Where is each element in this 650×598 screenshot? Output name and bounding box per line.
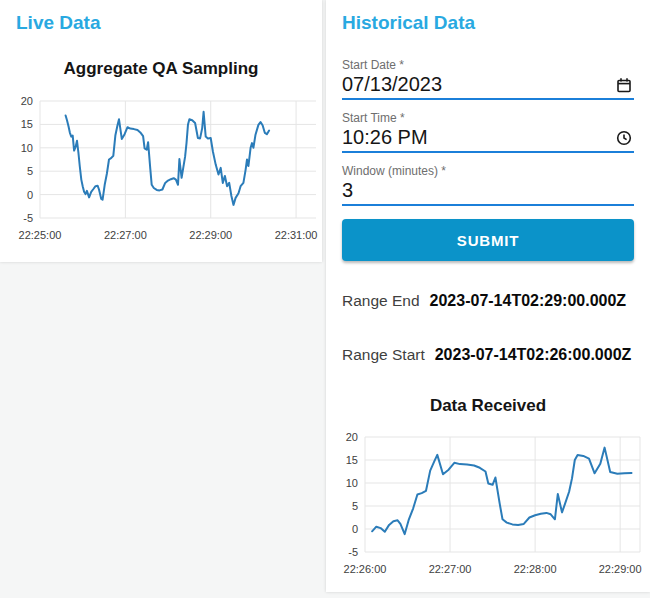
svg-text:22:31:00: 22:31:00 [275, 229, 318, 241]
svg-text:10: 10 [21, 142, 33, 154]
svg-text:22:29:00: 22:29:00 [599, 563, 642, 575]
start-date-input[interactable]: 07/13/2023 [342, 72, 634, 100]
window-minutes-value: 3 [342, 179, 353, 202]
svg-text:15: 15 [21, 118, 33, 130]
historical-data-panel: Historical Data Start Date * 07/13/2023 … [326, 0, 650, 592]
svg-text:0: 0 [27, 189, 33, 201]
clock-icon[interactable] [616, 130, 632, 146]
received-line-chart: 20151050-522:26:0022:27:0022:28:0022:29:… [342, 425, 650, 580]
dashboard: Live Data Aggregate QA Sampling 20151050… [0, 0, 650, 598]
received-chart-title: Data Received [342, 395, 634, 416]
svg-text:-5: -5 [348, 546, 358, 558]
svg-text:-5: -5 [23, 212, 33, 224]
svg-text:5: 5 [27, 165, 33, 177]
range-start-row: Range Start 2023-07-14T02:26:00.000Z [342, 346, 634, 364]
live-data-panel: Live Data Aggregate QA Sampling 20151050… [0, 0, 322, 262]
calendar-icon[interactable] [616, 77, 632, 93]
range-end-value: 2023-07-14T02:29:00.000Z [430, 292, 627, 310]
range-start-label: Range Start [342, 346, 425, 364]
svg-text:5: 5 [352, 500, 358, 512]
window-minutes-input[interactable]: 3 [342, 178, 634, 206]
live-line-chart: 20151050-522:25:0022:27:0022:29:0022:31:… [0, 88, 322, 246]
live-panel-title: Live Data [0, 12, 322, 34]
svg-text:22:26:00: 22:26:00 [344, 563, 387, 575]
start-date-field: Start Date * 07/13/2023 [342, 58, 634, 100]
start-time-label: Start Time * [342, 111, 634, 125]
window-minutes-label: Window (minutes) * [342, 164, 634, 178]
historical-panel-title: Historical Data [342, 12, 634, 34]
start-time-value: 10:26 PM [342, 126, 428, 149]
submit-button[interactable]: SUBMIT [342, 219, 634, 261]
start-date-label: Start Date * [342, 58, 634, 72]
range-end-label: Range End [342, 292, 420, 310]
range-start-value: 2023-07-14T02:26:00.000Z [435, 346, 632, 364]
svg-text:15: 15 [346, 454, 358, 466]
svg-text:10: 10 [346, 477, 358, 489]
svg-text:20: 20 [21, 95, 33, 107]
live-chart-title: Aggregate QA Sampling [0, 58, 322, 79]
svg-text:22:27:00: 22:27:00 [429, 563, 472, 575]
start-time-field: Start Time * 10:26 PM [342, 111, 634, 153]
window-minutes-field: Window (minutes) * 3 [342, 164, 634, 206]
svg-text:0: 0 [352, 523, 358, 535]
svg-text:22:29:00: 22:29:00 [189, 229, 232, 241]
start-date-value: 07/13/2023 [342, 73, 442, 96]
start-time-input[interactable]: 10:26 PM [342, 125, 634, 153]
svg-text:22:25:00: 22:25:00 [19, 229, 62, 241]
range-end-row: Range End 2023-07-14T02:29:00.000Z [342, 292, 634, 310]
svg-text:22:27:00: 22:27:00 [104, 229, 147, 241]
svg-text:20: 20 [346, 431, 358, 443]
svg-text:22:28:00: 22:28:00 [514, 563, 557, 575]
